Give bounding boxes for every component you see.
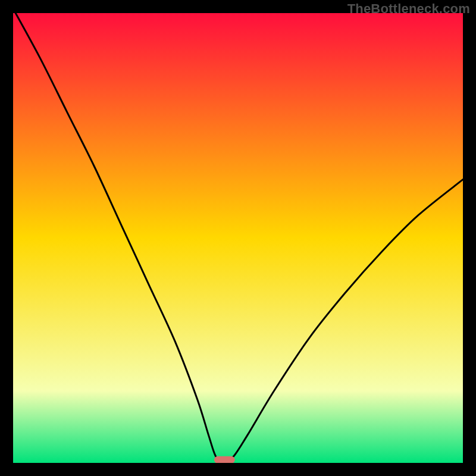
chart-frame: TheBottleneck.com [0,0,476,476]
watermark-text: TheBottleneck.com [347,1,470,17]
bottleneck-curve-plot [13,13,463,463]
optimal-point-marker [214,456,235,463]
